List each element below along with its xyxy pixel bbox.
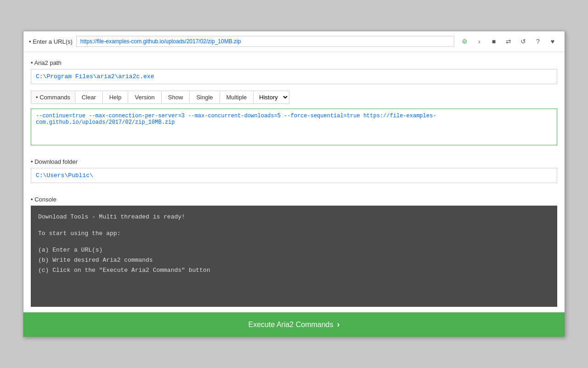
- url-label: • Enter a URL(s): [29, 38, 73, 45]
- execute-button[interactable]: Execute Aria2 Commands ›: [23, 312, 565, 337]
- console-line-0: Download Tools - Multi threaded is ready…: [38, 212, 550, 222]
- aria2-path-label: Aria2 path: [31, 59, 557, 66]
- commands-label: • Commands: [31, 92, 75, 103]
- single-button[interactable]: Single: [190, 92, 220, 103]
- version-button[interactable]: Version: [128, 92, 161, 103]
- console-line-2: To start using the app:: [38, 229, 550, 239]
- console-line-6: (c) Click on the "Execute Aria2 Commands…: [38, 265, 550, 276]
- console-line-4: (a) Enter a URL(s): [38, 245, 550, 255]
- url-input[interactable]: [76, 36, 454, 47]
- download-folder-label: Download folder: [31, 158, 557, 165]
- show-button[interactable]: Show: [162, 92, 190, 103]
- back-icon[interactable]: ↺: [517, 35, 530, 48]
- help-button[interactable]: Help: [103, 92, 129, 103]
- execute-chevron-icon: ›: [337, 320, 339, 329]
- aria2-path-section: Aria2 path: [31, 59, 557, 91]
- console-output: Download Tools - Multi threaded is ready…: [31, 206, 557, 307]
- commands-section: • Commands Clear Help Version Show Singl…: [31, 91, 557, 154]
- execute-button-label: Execute Aria2 Commands: [249, 321, 334, 329]
- main-content: Aria2 path • Commands Clear Help Version…: [23, 52, 565, 312]
- top-bar-icons: ⚙ › ■ ⇄ ↺ ? ♥: [458, 35, 559, 48]
- heart-icon[interactable]: ♥: [546, 35, 559, 48]
- refresh-icon[interactable]: ⇄: [502, 35, 515, 48]
- console-label: Console: [31, 196, 557, 203]
- commands-bar: • Commands Clear Help Version Show Singl…: [31, 91, 289, 104]
- console-section: Console Download Tools - Multi threaded …: [31, 196, 557, 307]
- console-line-5: (b) Write desired Aria2 commands: [38, 255, 550, 265]
- console-line-3: [38, 239, 550, 245]
- chevron-right-icon[interactable]: ›: [473, 35, 486, 48]
- multiple-button[interactable]: Multiple: [220, 92, 254, 103]
- top-bar: • Enter a URL(s) ⚙ › ■ ⇄ ↺ ? ♥: [23, 31, 565, 52]
- console-line-1: [38, 222, 550, 229]
- command-textarea[interactable]: --continue=true --max-connection-per-ser…: [31, 109, 557, 145]
- gear-icon[interactable]: ⚙: [458, 35, 471, 48]
- download-folder-section: Download folder: [31, 158, 557, 190]
- history-dropdown[interactable]: History: [254, 91, 289, 104]
- help-icon[interactable]: ?: [531, 35, 544, 48]
- app-window: • Enter a URL(s) ⚙ › ■ ⇄ ↺ ? ♥ Aria2 pat…: [23, 31, 565, 337]
- download-folder-input[interactable]: [31, 168, 557, 183]
- aria2-path-input[interactable]: [31, 69, 557, 84]
- clear-button[interactable]: Clear: [75, 92, 103, 103]
- stop-icon[interactable]: ■: [487, 35, 500, 48]
